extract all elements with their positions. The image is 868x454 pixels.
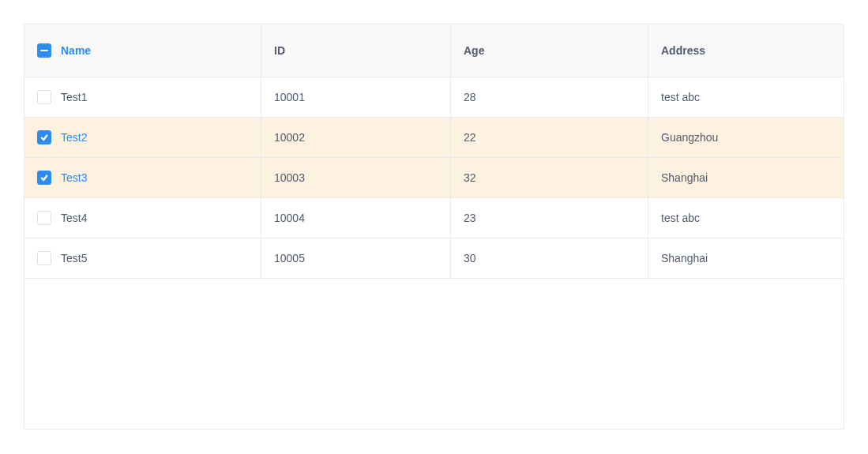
indeterminate-icon	[40, 50, 48, 51]
cell-name-text: Test3	[61, 171, 87, 184]
header-label-name: Name	[61, 44, 91, 57]
table-row[interactable]: Test11000128test abc	[24, 77, 844, 118]
header-label-id: ID	[274, 44, 285, 57]
cell-age: 30	[451, 238, 648, 278]
cell-id-text: 10005	[274, 252, 305, 265]
cell-address: Guangzhou	[648, 118, 844, 157]
cell-address: Shanghai	[648, 158, 844, 197]
check-icon	[39, 173, 49, 182]
cell-age: 22	[451, 118, 648, 157]
cell-age-text: 30	[464, 252, 476, 265]
cell-name-text: Test2	[61, 131, 87, 144]
table-row[interactable]: Test31000332Shanghai	[24, 158, 844, 198]
cell-id: 10003	[261, 158, 451, 197]
table-header-row: Name ID Age Address	[24, 24, 844, 77]
cell-address: test abc	[648, 77, 844, 117]
cell-age-text: 22	[464, 131, 476, 144]
cell-name-text: Test4	[61, 212, 87, 224]
cell-name: Test2	[24, 118, 261, 157]
cell-address: test abc	[648, 198, 844, 238]
cell-address-text: Shanghai	[661, 252, 708, 265]
cell-name-text: Test1	[61, 91, 87, 103]
cell-address-text: Shanghai	[661, 171, 708, 184]
cell-name-text: Test5	[61, 252, 87, 265]
row-checkbox[interactable]	[37, 211, 51, 225]
row-checkbox[interactable]	[37, 90, 51, 104]
cell-id: 10001	[261, 77, 451, 117]
cell-id-text: 10003	[274, 171, 305, 184]
cell-address-text: test abc	[661, 212, 700, 224]
row-checkbox[interactable]	[37, 251, 51, 265]
cell-address-text: Guangzhou	[661, 131, 718, 144]
header-label-age: Age	[464, 44, 484, 57]
cell-age-text: 23	[464, 212, 476, 224]
cell-age-text: 32	[464, 171, 476, 184]
row-checkbox[interactable]	[37, 171, 51, 185]
select-all-checkbox[interactable]	[37, 43, 51, 58]
table-row[interactable]: Test21000222Guangzhou	[24, 118, 844, 158]
cell-address-text: test abc	[661, 91, 700, 103]
cell-age: 23	[451, 198, 648, 238]
header-label-address: Address	[661, 44, 705, 57]
cell-age-text: 28	[464, 91, 476, 103]
header-cell-address[interactable]: Address	[648, 24, 844, 77]
data-table: Name ID Age Address Test11000128test abc…	[24, 24, 844, 430]
table-row[interactable]: Test51000530Shanghai	[24, 238, 844, 279]
table-body: Test11000128test abcTest21000222Guangzho…	[24, 77, 844, 279]
cell-name: Test5	[24, 238, 261, 278]
header-cell-id[interactable]: ID	[261, 24, 451, 77]
cell-id: 10005	[261, 238, 451, 278]
cell-id: 10002	[261, 118, 451, 157]
cell-name: Test1	[24, 77, 261, 117]
check-icon	[39, 133, 49, 142]
table-empty-space	[24, 279, 844, 429]
row-checkbox[interactable]	[37, 130, 51, 144]
cell-id-text: 10002	[274, 131, 305, 144]
cell-address: Shanghai	[648, 238, 844, 278]
cell-name: Test4	[24, 198, 261, 238]
cell-id-text: 10004	[274, 212, 305, 224]
cell-age: 32	[451, 158, 648, 197]
header-cell-name[interactable]: Name	[24, 24, 261, 77]
header-cell-age[interactable]: Age	[451, 24, 648, 77]
cell-id-text: 10001	[274, 91, 305, 103]
cell-name: Test3	[24, 158, 261, 197]
cell-id: 10004	[261, 198, 451, 238]
cell-age: 28	[451, 77, 648, 117]
table-row[interactable]: Test41000423test abc	[24, 198, 844, 238]
